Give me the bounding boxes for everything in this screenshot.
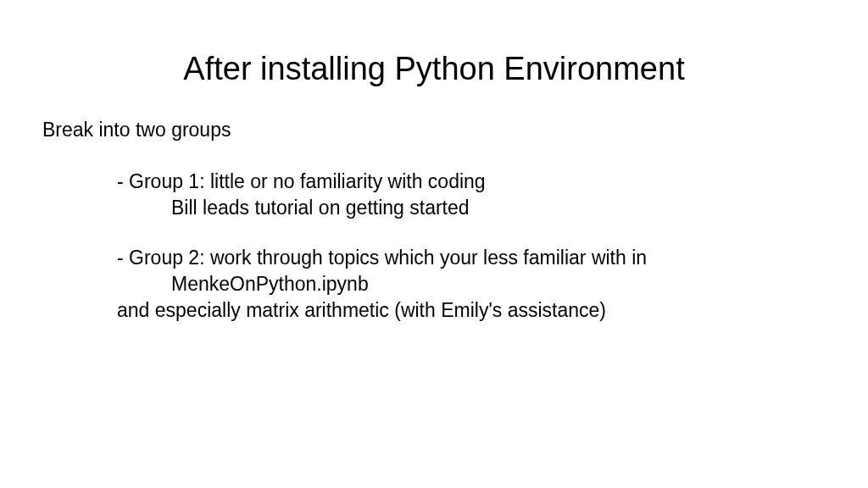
group-1-detail: Bill leads tutorial on getting started xyxy=(171,195,826,221)
intro-text: Break into two groups xyxy=(42,117,826,143)
group-2-footer: and especially matrix arithmetic (with E… xyxy=(117,297,826,324)
group-1-header: - Group 1: little or no familiarity with… xyxy=(117,169,826,195)
slide-content: Break into two groups - Group 1: little … xyxy=(42,117,826,324)
group-2-header: - Group 2: work through topics which you… xyxy=(117,245,826,271)
group-2-detail: MenkeOnPython.ipynb xyxy=(171,271,826,297)
group-1-block: - Group 1: little or no familiarity with… xyxy=(117,169,826,221)
slide-container: After installing Python Environment Brea… xyxy=(0,0,868,488)
group-2-block: - Group 2: work through topics which you… xyxy=(117,245,826,324)
slide-title: After installing Python Environment xyxy=(42,51,826,87)
